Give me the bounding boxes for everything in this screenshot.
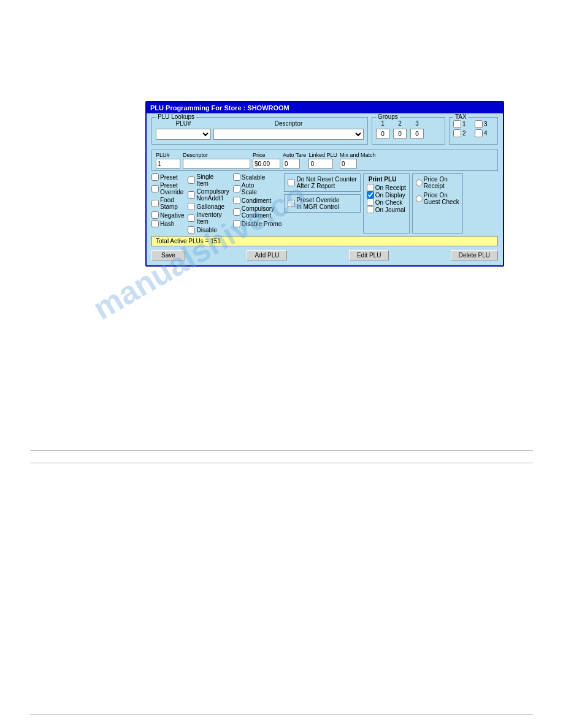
checkbox-scalable: Scalable bbox=[233, 173, 282, 181]
group2-input[interactable] bbox=[393, 129, 407, 138]
plu-lookup-select[interactable] bbox=[156, 129, 211, 140]
tax-item-4: 4 bbox=[475, 129, 494, 137]
print-on-journal: On Journal bbox=[367, 206, 406, 213]
plu-lookups-input-row bbox=[156, 129, 364, 140]
dialog-titlebar: PLU Programming For Store : SHOWROOM bbox=[147, 102, 503, 113]
gallonage-checkbox[interactable] bbox=[188, 203, 195, 210]
print-on-check: On Check bbox=[367, 199, 406, 206]
checkbox-columns: Preset PresetOverride FoodStamp Neg bbox=[151, 173, 282, 233]
page-container: manualshive.co PLU Programming For Store… bbox=[0, 0, 563, 728]
food-stamp-checkbox[interactable] bbox=[151, 200, 159, 207]
do-not-reset-section: Do Not Reset CounterAfter Z Report bbox=[284, 173, 360, 192]
detail-linked-plu-field: Linked PLU bbox=[308, 152, 337, 169]
tax-label: TAX bbox=[453, 113, 469, 120]
tax-checkbox-3[interactable] bbox=[475, 120, 483, 128]
plu-detail-row: PLU# Descriptor Price Auto Tare Linked P… bbox=[151, 150, 498, 171]
tax-checkbox-4[interactable] bbox=[475, 129, 483, 137]
group-col2-label: 2 bbox=[393, 120, 407, 127]
condiment-checkbox[interactable] bbox=[233, 197, 240, 204]
detail-descriptor-field: Descriptor bbox=[183, 152, 250, 169]
checkbox-col-1: Preset PresetOverride FoodStamp Neg bbox=[151, 173, 184, 233]
detail-plu-label: PLU# bbox=[156, 152, 170, 158]
plu-lookups-label: PLU Lookups bbox=[156, 113, 196, 120]
detail-descriptor-label: Descriptor bbox=[183, 152, 208, 158]
print-plu-section: Print PLU On Receipt On Display On Check bbox=[363, 173, 410, 233]
separator-line-1 bbox=[30, 450, 533, 451]
tax-item-2: 2 bbox=[453, 129, 472, 137]
checkbox-single-item: SingleItem bbox=[188, 173, 229, 187]
scalable-checkbox[interactable] bbox=[233, 173, 240, 181]
single-item-checkbox[interactable] bbox=[188, 176, 195, 184]
tax-section: TAX 1 3 2 bbox=[449, 117, 498, 145]
middle-options: Do Not Reset CounterAfter Z Report Prese… bbox=[284, 173, 360, 233]
on-display-checkbox[interactable] bbox=[367, 191, 374, 199]
delete-plu-button[interactable]: Delete PLU bbox=[451, 250, 498, 260]
plu-col-label: PLU# bbox=[175, 120, 191, 127]
auto-scale-checkbox[interactable] bbox=[233, 185, 240, 192]
status-bar: Total Active PLUs = 151 bbox=[151, 236, 498, 246]
do-not-reset-checkbox[interactable] bbox=[288, 179, 295, 186]
detail-price-field: Price bbox=[253, 152, 280, 169]
top-sections: PLU Lookups PLU# Descriptor bbox=[151, 117, 498, 147]
separator-line-3 bbox=[30, 714, 533, 715]
buttons-row: Save Add PLU Edit PLU Delete PLU bbox=[151, 249, 498, 262]
dialog-body: PLU Lookups PLU# Descriptor bbox=[147, 113, 503, 265]
group3-input[interactable] bbox=[410, 129, 424, 138]
detail-auto-tare-input[interactable] bbox=[283, 159, 300, 169]
checkbox-gallonage: Gallonage bbox=[188, 203, 229, 210]
detail-linked-plu-input[interactable] bbox=[308, 159, 333, 169]
tax-item-1: 1 bbox=[453, 120, 472, 128]
detail-plu-input[interactable] bbox=[156, 159, 180, 169]
price-on-receipt-radio[interactable] bbox=[416, 180, 423, 186]
descriptor-col-label: Descriptor bbox=[275, 120, 303, 127]
print-plu-label: Print PLU bbox=[367, 176, 406, 183]
descriptor-lookup-select[interactable] bbox=[213, 129, 364, 140]
groups-label: Groups bbox=[376, 113, 400, 120]
disable-promo-checkbox[interactable] bbox=[233, 220, 240, 227]
group1-input[interactable] bbox=[376, 129, 389, 138]
tax-checkbox-2[interactable] bbox=[453, 129, 461, 137]
edit-plu-button[interactable]: Edit PLU bbox=[349, 250, 389, 260]
detail-price-input[interactable] bbox=[253, 159, 280, 169]
group-col3-label: 3 bbox=[410, 120, 424, 127]
detail-linked-plu-label: Linked PLU bbox=[308, 152, 337, 158]
plu-lookups-section: PLU Lookups PLU# Descriptor bbox=[151, 117, 368, 145]
save-button[interactable]: Save bbox=[151, 250, 185, 260]
tax-label-2: 2 bbox=[462, 130, 466, 137]
dialog-title: PLU Programming For Store : SHOWROOM bbox=[150, 104, 289, 112]
print-on-display: On Display bbox=[367, 191, 406, 199]
groups-section: Groups 1 2 3 bbox=[372, 117, 445, 145]
separator-line-2 bbox=[30, 463, 533, 463]
preset-override-mgr-section: Preset OverrideIn MGR Control bbox=[284, 194, 360, 213]
disable-checkbox[interactable] bbox=[188, 226, 195, 233]
preset-override-mgr-checkbox[interactable] bbox=[288, 200, 295, 207]
inventory-item-checkbox[interactable] bbox=[188, 214, 195, 222]
price-on-guest-check-radio[interactable] bbox=[416, 195, 423, 202]
preset-override-mgr-checkbox-item: Preset OverrideIn MGR Control bbox=[288, 197, 356, 210]
hash-checkbox[interactable] bbox=[151, 220, 159, 227]
detail-mix-match-input[interactable] bbox=[340, 159, 357, 169]
checkbox-hash: Hash bbox=[151, 220, 184, 227]
group-col1-label: 1 bbox=[376, 120, 389, 127]
on-check-checkbox[interactable] bbox=[367, 199, 374, 206]
tax-item-3: 3 bbox=[475, 120, 494, 128]
tax-label-1: 1 bbox=[462, 121, 466, 127]
compulsory-nonaddt-checkbox[interactable] bbox=[188, 191, 195, 199]
detail-price-label: Price bbox=[253, 152, 266, 158]
compulsory-condiment-checkbox[interactable] bbox=[233, 208, 240, 216]
groups-header-row: 1 2 3 bbox=[376, 120, 441, 127]
checkbox-preset-override: PresetOverride bbox=[151, 182, 184, 195]
status-text: Total Active PLUs = 151 bbox=[156, 238, 221, 245]
tax-label-3: 3 bbox=[484, 121, 488, 127]
detail-auto-tare-field: Auto Tare bbox=[283, 152, 306, 169]
preset-override-checkbox[interactable] bbox=[151, 185, 159, 192]
preset-checkbox[interactable] bbox=[151, 173, 159, 181]
tax-checkbox-1[interactable] bbox=[453, 120, 461, 128]
on-receipt-checkbox[interactable] bbox=[367, 184, 374, 191]
detail-descriptor-input[interactable] bbox=[183, 159, 250, 169]
checkbox-col-3: Scalable AutoScale Condiment Compul bbox=[233, 173, 282, 233]
on-journal-checkbox[interactable] bbox=[367, 206, 374, 213]
add-plu-button[interactable]: Add PLU bbox=[247, 250, 287, 260]
detail-plu-field: PLU# bbox=[156, 152, 180, 169]
negative-checkbox[interactable] bbox=[151, 211, 159, 219]
